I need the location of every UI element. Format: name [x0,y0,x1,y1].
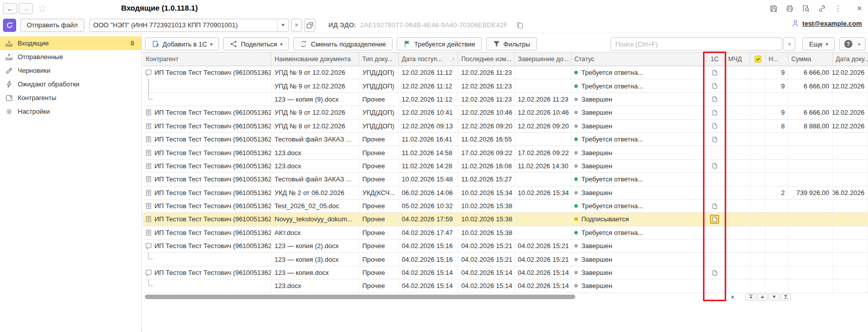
action-required-button[interactable]: Требуется действие [397,37,482,51]
cell-document-name[interactable]: УПД № 8 от 12.02.2026 [272,120,359,132]
cell-last-modified[interactable]: 10.02.2026 15:38 [458,200,515,212]
cell-sum[interactable]: 739 926,00 [788,186,833,199]
col-header-doc-type[interactable]: Тип доку... [359,53,399,66]
cell-status[interactable]: Завершен [571,240,704,252]
cell-completed[interactable]: 04.02.2026 15:21 [515,253,571,265]
scroll-right-button[interactable] [729,294,736,300]
cell-status[interactable]: Требуется ответна... [571,66,704,79]
cell-signature[interactable] [750,93,766,106]
cell-counterparty[interactable]: ИП Тестов Тест Тестович (961005136218) [143,266,272,279]
cell-signature[interactable] [750,66,766,79]
cell-mchd[interactable] [725,279,750,292]
col-header-last-modified[interactable]: Последнее изм... [458,53,515,66]
cell-document-name[interactable]: УПД № 9 от 12.02.2026 [272,66,359,79]
cell-signature[interactable] [750,133,766,146]
help-button[interactable]: ? ▾ [839,37,865,51]
cell-doc-date[interactable] [833,173,868,185]
cell-signature[interactable] [750,173,766,185]
cell-doc-date[interactable] [833,213,868,225]
more-button[interactable]: Еще ▾ [802,37,834,51]
cell-number[interactable] [766,240,788,252]
col-header-mchd[interactable]: МЧД [725,53,750,66]
cell-mchd[interactable] [725,253,750,265]
cell-completed[interactable]: 17.02.2026 09:22 [515,146,571,159]
more-menu-icon[interactable]: ⋮ [834,5,842,13]
cell-doc-date[interactable]: 12.02.2026 [833,106,868,119]
cell-doc-type[interactable]: Прочее [359,279,399,292]
cell-mchd[interactable] [725,226,750,239]
cell-last-modified[interactable]: 11.02.2026 16:55 [458,133,515,146]
cell-doc-date[interactable] [833,160,868,172]
cell-doc-type[interactable]: Прочее [359,200,399,212]
cell-number[interactable] [766,213,788,225]
table-row[interactable]: 123.docxПрочее04.02.2026 15:1404.02.2026… [143,279,868,293]
cell-1c[interactable] [704,173,725,185]
cell-number[interactable] [766,279,788,292]
cell-completed[interactable] [515,79,571,92]
cell-doc-type[interactable]: Прочее [359,240,399,252]
cell-status[interactable]: Завершен [571,253,704,265]
cell-mchd[interactable] [725,240,750,252]
cell-status[interactable]: Требуется ответна... [571,173,704,185]
cell-status[interactable]: Завершен [571,146,704,159]
cell-sum[interactable]: 8 888,00 [788,120,833,132]
cell-completed[interactable]: 12.02.2026 09:20 [515,120,571,132]
cell-number[interactable] [766,253,788,265]
cell-received-date[interactable]: 04.02.2026 17:47 [399,226,458,239]
cell-number[interactable]: 9 [766,66,788,79]
favorite-star-icon[interactable]: ☆ [37,3,47,15]
cell-received-date[interactable]: 04.02.2026 15:16 [399,240,458,252]
cell-mchd[interactable] [725,66,750,79]
cell-last-modified[interactable]: 04.02.2026 15:21 [458,253,515,265]
cell-doc-date[interactable] [833,200,868,212]
sidebar-item-drafts[interactable]: Черновики [0,64,141,77]
table-row[interactable]: ИП Тестов Тест Тестович (961005136218)Те… [143,133,868,146]
send-file-button[interactable]: Отправить файл [20,19,84,32]
cell-1c[interactable] [704,66,725,79]
cell-received-date[interactable]: 04.02.2026 17:59 [399,213,458,225]
cell-completed[interactable] [515,133,571,146]
cell-counterparty[interactable] [143,93,272,106]
cell-1c[interactable] [704,226,725,239]
cell-received-date[interactable]: 12.02.2026 11:12 [399,66,458,79]
cell-counterparty[interactable] [143,279,272,292]
cell-completed[interactable]: 04.02.2026 15:14 [515,279,571,292]
scroll-down-button[interactable] [769,294,779,301]
col-header-sum[interactable]: Сумма [788,53,833,66]
table-row[interactable]: УПД № 9 от 12.02.2026УПД(ДОП)12.02.2026 … [143,79,868,92]
cell-counterparty[interactable] [143,253,272,265]
table-row[interactable]: 123 — копия (3).docxПрочее04.02.2026 15:… [143,253,868,266]
organization-select[interactable]: ООО "НЭП" (ИНН 7723921013 КПП 770901001)… [89,19,289,32]
cell-sum[interactable] [788,133,833,146]
print-icon[interactable] [786,5,794,13]
cell-1c[interactable] [704,146,725,159]
filters-button[interactable]: Фильтры [486,37,537,51]
table-row[interactable]: ИП Тестов Тест Тестович (961005136218)Те… [143,173,868,186]
cell-counterparty[interactable]: ИП Тестов Тест Тестович (961005136218) [143,200,272,212]
cell-doc-date[interactable] [833,133,868,146]
cell-number[interactable] [766,93,788,106]
cell-completed[interactable] [515,226,571,239]
cell-1c[interactable] [704,93,725,106]
sidebar-item-pending[interactable]: Ожидают обработки [0,77,141,91]
cell-signature[interactable] [750,213,766,225]
cell-mchd[interactable] [725,120,750,132]
cell-completed[interactable] [515,173,571,185]
edo-refresh-button[interactable] [3,19,16,32]
cell-doc-type[interactable]: УПД(ДОП) [359,79,399,92]
cell-status[interactable]: Требуется ответна... [571,200,704,212]
cell-sum[interactable] [788,266,833,279]
cell-last-modified[interactable]: 12.02.2026 09:20 [458,120,515,132]
cell-signature[interactable] [750,186,766,199]
cell-doc-date[interactable]: 12.02.2026 [833,66,868,79]
cell-doc-type[interactable]: УПД(ДОП) [359,106,399,119]
cell-doc-date[interactable] [833,93,868,106]
table-row[interactable]: ИП Тестов Тест Тестович (961005136218)УК… [143,186,868,200]
cell-signature[interactable] [750,200,766,212]
cell-sum[interactable] [788,213,833,225]
cell-doc-type[interactable]: Прочее [359,93,399,106]
cell-signature[interactable] [750,226,766,239]
cell-status[interactable]: Завершен [571,120,704,132]
scrollbar-thumb[interactable] [145,295,575,299]
cell-document-name[interactable]: 123.docx [272,279,359,292]
